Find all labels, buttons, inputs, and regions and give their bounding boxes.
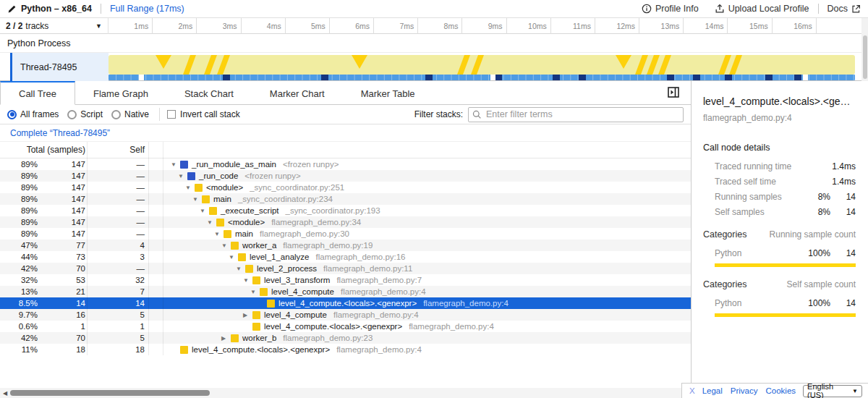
category-bar xyxy=(715,313,856,317)
function-file: flamegraph_demo.py:4 xyxy=(423,299,509,308)
row-total-samples: 70 xyxy=(38,334,85,342)
horizontal-scrollbar[interactable]: ◀ xyxy=(0,388,691,398)
open-sidebar-icon[interactable] xyxy=(668,87,679,98)
horizontal-scroll-thumb[interactable] xyxy=(10,390,210,396)
sample-gap xyxy=(139,75,144,80)
call-tree-row[interactable]: 8.5%1414level_4_compute.<locals>.<genexp… xyxy=(0,297,691,309)
footer-link-legal[interactable]: Legal xyxy=(702,386,723,395)
invert-call-stack-checkbox[interactable] xyxy=(167,110,176,119)
call-tree-row[interactable]: 32%5332▼level_3_transformflamegraph_demo… xyxy=(0,274,691,286)
tracks-vertical-scrollbar[interactable] xyxy=(861,18,868,81)
edit-pencil-icon[interactable] xyxy=(7,4,17,14)
footer-close-link[interactable]: X xyxy=(689,386,695,395)
column-header-total[interactable]: Total (samples) xyxy=(0,145,85,155)
language-select[interactable]: English (US) ▼ xyxy=(803,385,862,397)
twisty-open-icon[interactable]: ▼ xyxy=(178,173,187,179)
ruler-tick: 10ms xyxy=(507,18,551,34)
radio-native[interactable] xyxy=(111,110,121,119)
function-name: level_4_compute xyxy=(271,287,334,296)
detail-row: Traced running time1.4ms xyxy=(703,161,856,172)
call-tree-row[interactable]: 0.6%11level_4_compute.<locals>.<genexpr>… xyxy=(0,321,691,332)
radio-label[interactable]: Script xyxy=(80,109,103,119)
column-divider[interactable] xyxy=(87,142,88,355)
radio-label[interactable]: Native xyxy=(124,109,149,119)
call-tree-row[interactable]: 44%733▼level_1_analyzeflamegraph_demo.py… xyxy=(0,251,691,263)
categories-header: CategoriesSelf sample count xyxy=(703,279,856,289)
twisty-open-icon[interactable]: ▼ xyxy=(214,231,224,237)
twisty-open-icon[interactable]: ▼ xyxy=(221,242,231,249)
row-total-samples: 73 xyxy=(38,253,85,261)
row-self-samples: 5 xyxy=(85,334,145,342)
call-tree-row[interactable]: 11%1818level_4_compute.<locals>.<genexpr… xyxy=(0,344,691,355)
call-tree-row[interactable]: 42%70—▼level_2_processflamegraph_demo.py… xyxy=(0,263,691,274)
call-tree-row[interactable]: 89%147—▼_run_module_as_main<frozen runpy… xyxy=(0,158,691,170)
radio-script[interactable] xyxy=(67,110,77,119)
tab-flame-graph[interactable]: Flame Graph xyxy=(75,81,166,104)
column-divider[interactable] xyxy=(148,142,149,355)
tab-call-tree[interactable]: Call Tree xyxy=(0,81,75,105)
function-name: _run_module_as_main xyxy=(192,160,276,169)
call-tree-row[interactable]: 47%774▼worker_aflamegraph_demo.py:19 xyxy=(0,240,691,251)
row-total-percent: 44% xyxy=(0,253,38,261)
profile-info-button[interactable]: Profile Info xyxy=(642,4,699,14)
breadcrumb-complete-thread[interactable]: Complete “Thread-78495” xyxy=(10,128,110,138)
call-tree-row[interactable]: 89%147—▼main_sync_coordinator.py:234 xyxy=(0,193,691,205)
thread-track-label[interactable]: Thread-78495 xyxy=(10,53,109,81)
timeline-ruler[interactable]: 1ms2ms3ms4ms5ms6ms7ms8ms9ms10ms11ms12ms1… xyxy=(109,18,861,34)
call-tree-row[interactable]: 89%147—▼<module>flamegraph_demo.py:34 xyxy=(0,216,691,228)
tab-marker-table[interactable]: Marker Table xyxy=(343,81,433,104)
process-track-header[interactable]: Python Process xyxy=(0,34,868,53)
thread-track[interactable]: Thread-78495 xyxy=(0,53,868,81)
twisty-open-icon[interactable]: ▼ xyxy=(229,254,238,261)
row-total-samples: 21 xyxy=(38,287,85,296)
sample-gap xyxy=(490,75,495,80)
thread-activity-graph[interactable] xyxy=(109,53,855,81)
column-divider[interactable] xyxy=(163,142,163,355)
footer-link-privacy[interactable]: Privacy xyxy=(731,386,758,395)
call-tree-row[interactable]: 89%147—▼_run_code<frozen runpy> xyxy=(0,170,691,182)
row-total-samples: 147 xyxy=(38,229,85,238)
twisty-closed-icon[interactable]: ▶ xyxy=(243,312,252,318)
row-self-samples: — xyxy=(85,206,145,215)
ruler-tick: 16ms xyxy=(773,18,817,34)
row-total-samples: 53 xyxy=(38,276,85,284)
call-tree-row[interactable]: 89%147—▼mainflamegraph_demo.py:30 xyxy=(0,228,691,240)
twisty-open-icon[interactable]: ▼ xyxy=(243,277,252,284)
scroll-left-arrow-icon[interactable]: ◀ xyxy=(0,390,10,397)
tab-stack-chart[interactable]: Stack Chart xyxy=(166,81,252,104)
timeline-ruler-row: 2 / 2 tracks ▼ 1ms2ms3ms4ms5ms6ms7ms8ms9… xyxy=(0,18,868,34)
call-tree-row[interactable]: 9.7%165▶level_4_computeflamegraph_demo.p… xyxy=(0,309,691,321)
function-file: flamegraph_demo.py:4 xyxy=(341,287,426,296)
twisty-open-icon[interactable]: ▼ xyxy=(185,185,195,191)
twisty-open-icon[interactable]: ▼ xyxy=(200,208,209,214)
twisty-open-icon[interactable]: ▼ xyxy=(250,289,260,295)
twisty-open-icon[interactable]: ▼ xyxy=(236,266,245,272)
tracks-dropdown[interactable]: 2 / 2 tracks ▼ xyxy=(0,18,109,34)
twisty-open-icon[interactable]: ▼ xyxy=(171,161,180,168)
call-tree-row[interactable]: 13%217▼level_4_computeflamegraph_demo.py… xyxy=(0,286,691,297)
full-range-link[interactable]: Full Range (17ms) xyxy=(110,4,184,14)
call-tree-row[interactable]: 89%147—▼_execute_script_sync_coordinator… xyxy=(0,205,691,216)
gc-sample-segment xyxy=(693,75,700,80)
twisty-closed-icon[interactable]: ▶ xyxy=(221,335,231,342)
footer-link-cookies[interactable]: Cookies xyxy=(766,386,796,395)
invert-call-stack-label[interactable]: Invert call stack xyxy=(180,109,240,119)
function-file: _sync_coordinator.py:251 xyxy=(250,183,344,192)
gc-sample-segment xyxy=(579,75,586,80)
tab-marker-chart[interactable]: Marker Chart xyxy=(252,81,343,104)
radio-label[interactable]: All frames xyxy=(20,109,59,119)
breadcrumb-row: Complete “Thread-78495” xyxy=(0,124,691,142)
vertical-scroll-thumb[interactable] xyxy=(863,35,867,79)
ruler-tick: 11ms xyxy=(551,18,595,34)
column-header-self[interactable]: Self xyxy=(85,145,145,155)
call-tree-row[interactable]: 42%705▶worker_bflamegraph_demo.py:23 xyxy=(0,332,691,344)
ruler-tick: 4ms xyxy=(242,18,286,34)
filter-stacks-input[interactable] xyxy=(468,107,684,122)
row-self-samples: — xyxy=(85,229,145,238)
radio-all-frames[interactable] xyxy=(7,110,17,119)
docs-button[interactable]: Docs xyxy=(827,4,861,14)
twisty-open-icon[interactable]: ▼ xyxy=(192,196,202,203)
twisty-open-icon[interactable]: ▼ xyxy=(207,219,216,226)
upload-profile-button[interactable]: Upload Local Profile xyxy=(715,4,809,14)
call-tree-row[interactable]: 89%147—▼<module>_sync_coordinator.py:251 xyxy=(0,182,691,193)
